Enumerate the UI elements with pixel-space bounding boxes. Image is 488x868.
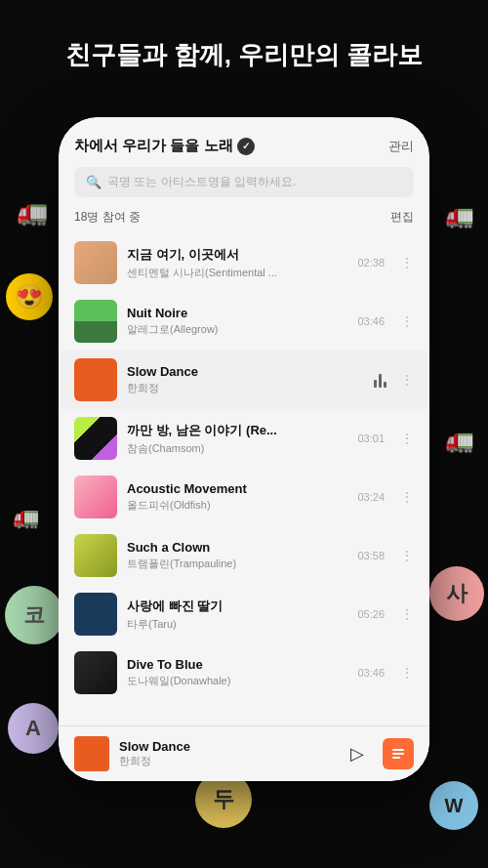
song-info: Slow Dance 한희정: [127, 364, 364, 395]
song-thumbnail: [74, 417, 117, 460]
song-item[interactable]: Acoustic Movement 올드피쉬(Oldfish) 03:24 ⋮: [59, 468, 429, 526]
more-icon[interactable]: ⋮: [400, 665, 414, 681]
song-artist: 올드피쉬(Oldfish): [127, 498, 347, 513]
song-item-playing[interactable]: Slow Dance 한희정 ⋮: [59, 351, 429, 409]
playing-bars: [374, 372, 386, 388]
song-info: 사랑에 빠진 딸기 타루(Taru): [127, 598, 347, 632]
song-duration: 03:46: [357, 667, 385, 679]
now-playing-thumbnail: [74, 736, 109, 771]
song-name: Acoustic Movement: [127, 481, 347, 496]
more-icon[interactable]: ⋮: [400, 255, 414, 270]
song-list: 지금 여기, 이곳에서 센티멘털 시나리(Sentimental ... 02:…: [59, 233, 429, 725]
song-artist: 도나웨일(Donawhale): [127, 674, 347, 688]
song-info: Dive To Blue 도나웨일(Donawhale): [127, 657, 347, 688]
song-thumbnail: [74, 651, 117, 694]
song-info: 까만 방, 남은 이야기 (Re... 참솜(Chamsom): [127, 422, 347, 456]
song-name: Dive To Blue: [127, 657, 347, 672]
song-name: Such a Clown: [127, 540, 347, 555]
song-thumbnail: [74, 593, 117, 636]
song-name: Nuit Noire: [127, 306, 347, 320]
song-thumbnail: [74, 241, 117, 284]
playlist-title-row: 차에서 우리가 들을 노래 ✓ 관리: [74, 137, 414, 155]
song-item[interactable]: Nuit Noire 알레그로(Allegrow) 03:46 ⋮: [59, 292, 429, 351]
participants-count: 18명 참여 중: [74, 209, 141, 226]
song-info: Acoustic Movement 올드피쉬(Oldfish): [127, 481, 347, 513]
queue-button[interactable]: [383, 738, 414, 769]
more-icon[interactable]: ⋮: [400, 606, 414, 622]
song-item[interactable]: 지금 여기, 이곳에서 센티멘털 시나리(Sentimental ... 02:…: [59, 233, 429, 292]
song-item[interactable]: 사랑에 빠진 딸기 타루(Taru) 05:26 ⋮: [59, 585, 429, 643]
playlist-title-text: 차에서 우리가 들을 노래: [74, 137, 233, 155]
sticker-emoji-face: 😍: [6, 273, 53, 320]
phone-frame: 차에서 우리가 들을 노래 ✓ 관리 🔍 곡명 또는 아티스트명을 입력하세요.…: [59, 117, 429, 781]
song-duration: 03:01: [357, 433, 385, 444]
edit-button[interactable]: 편집: [390, 209, 414, 226]
now-playing-info: Slow Dance 한희정: [119, 739, 332, 768]
svg-rect-1: [392, 753, 404, 755]
song-item[interactable]: Dive To Blue 도나웨일(Donawhale) 03:46 ⋮: [59, 643, 429, 702]
song-name: 지금 여기, 이곳에서: [127, 246, 347, 264]
song-item[interactable]: Such a Clown 트램폴린(Trampauline) 03:58 ⋮: [59, 526, 429, 585]
song-artist: 트램폴린(Trampauline): [127, 557, 347, 571]
song-duration: 05:26: [357, 608, 385, 620]
song-duration: 03:24: [357, 491, 385, 503]
now-playing-bar: Slow Dance 한희정 ▷: [59, 725, 429, 781]
more-icon[interactable]: ⋮: [400, 489, 414, 505]
sticker-a: A: [8, 703, 59, 754]
verified-icon: ✓: [237, 138, 255, 155]
svg-rect-0: [392, 749, 404, 751]
more-icon[interactable]: ⋮: [400, 372, 414, 388]
song-artist: 한희정: [127, 381, 364, 395]
more-icon[interactable]: ⋮: [400, 548, 414, 563]
song-info: 지금 여기, 이곳에서 센티멘털 시나리(Sentimental ...: [127, 246, 347, 280]
headline: 친구들과 함께, 우리만의 콜라보: [0, 37, 488, 72]
song-artist: 타루(Taru): [127, 617, 347, 632]
song-info: Nuit Noire 알레그로(Allegrow): [127, 306, 347, 337]
song-thumbnail: [74, 475, 117, 518]
playlist-title: 차에서 우리가 들을 노래 ✓: [74, 137, 255, 155]
play-button[interactable]: ▷: [342, 738, 373, 769]
song-artist: 센티멘털 시나리(Sentimental ...: [127, 266, 347, 280]
song-thumbnail: [74, 300, 117, 343]
svg-rect-2: [392, 757, 400, 759]
phone-inner: 차에서 우리가 들을 노래 ✓ 관리 🔍 곡명 또는 아티스트명을 입력하세요.…: [59, 117, 429, 781]
song-info: Such a Clown 트램폴린(Trampauline): [127, 540, 347, 571]
song-name: 까만 방, 남은 이야기 (Re...: [127, 422, 347, 439]
headline-text: 친구들과 함께, 우리만의 콜라보: [65, 40, 424, 69]
song-name: Slow Dance: [127, 364, 364, 379]
manage-button[interactable]: 관리: [388, 138, 414, 155]
song-artist: 참솜(Chamsom): [127, 441, 347, 456]
sticker-ko: 코: [5, 586, 63, 644]
more-icon[interactable]: ⋮: [400, 431, 414, 446]
song-thumbnail: [74, 534, 117, 577]
now-playing-artist: 한희정: [119, 754, 332, 768]
song-name: 사랑에 빠진 딸기: [127, 598, 347, 615]
search-placeholder-text: 곡명 또는 아티스트명을 입력하세요.: [107, 174, 296, 190]
song-duration: 03:58: [357, 550, 385, 561]
song-thumbnail: [74, 358, 117, 401]
search-icon: 🔍: [86, 175, 102, 189]
song-duration: 02:38: [357, 257, 385, 269]
sticker-truck-4: 🚛: [6, 498, 45, 537]
sticker-truck-3: 🚛: [439, 195, 480, 236]
search-bar[interactable]: 🔍 곡명 또는 아티스트명을 입력하세요.: [74, 167, 414, 197]
sticker-sa: 사: [429, 566, 484, 621]
sticker-truck-2: 🚛: [439, 420, 480, 461]
song-duration: 03:46: [357, 315, 385, 327]
now-playing-name: Slow Dance: [119, 739, 332, 754]
participants-row: 18명 참여 중 편집: [74, 209, 414, 226]
song-item[interactable]: 까만 방, 남은 이야기 (Re... 참솜(Chamsom) 03:01 ⋮: [59, 409, 429, 468]
song-artist: 알레그로(Allegrow): [127, 322, 347, 337]
playlist-header: 차에서 우리가 들을 노래 ✓ 관리 🔍 곡명 또는 아티스트명을 입력하세요.…: [59, 117, 429, 233]
sticker-truck-1: 🚛: [10, 190, 54, 234]
sticker-w: W: [429, 781, 478, 830]
more-icon[interactable]: ⋮: [400, 313, 414, 329]
